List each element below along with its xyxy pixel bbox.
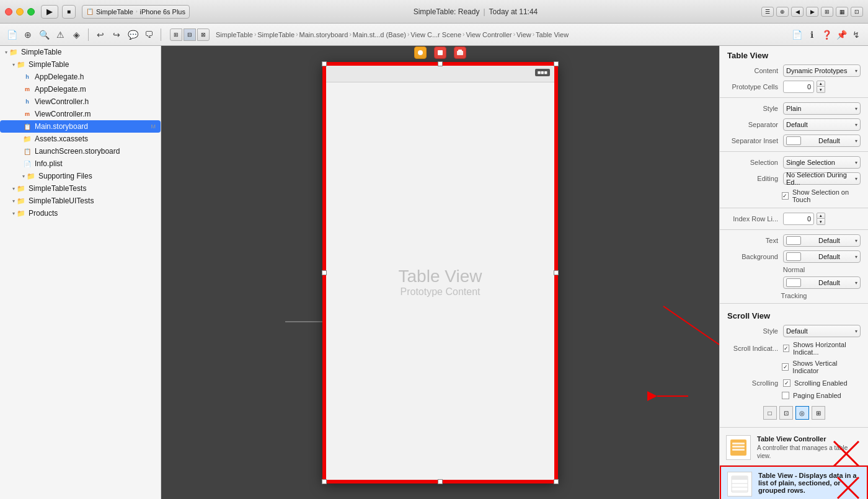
scheme-selector[interactable]: 📋 SimpleTable › iPhone 6s Plus (82, 5, 190, 19)
nav-back-btn[interactable]: ◀ (791, 7, 804, 17)
run-button[interactable]: ▶ (41, 5, 58, 19)
add-pin-btn[interactable]: 📌 (835, 28, 848, 42)
show-selection-checkbox[interactable]: ✓ (782, 192, 789, 200)
separator-inset-control[interactable]: Default ▾ (783, 135, 861, 147)
handle-tm[interactable] (438, 61, 443, 66)
split-view-btn[interactable]: ⊞ (821, 7, 833, 17)
maximize-button[interactable] (27, 8, 35, 15)
add-btn[interactable]: ⊕ (21, 28, 35, 42)
panel-toggle-btn[interactable]: ☰ (761, 7, 774, 17)
separator-inset-dropdown[interactable]: Default ▾ (783, 135, 861, 147)
handle-tl[interactable] (322, 61, 327, 66)
scroll-style-control[interactable]: Default ▾ (783, 325, 861, 337)
disclosure-tests[interactable]: ▾ (12, 186, 15, 192)
breadcrumb-simpletable[interactable]: SimpleTable (216, 31, 253, 38)
separator-dropdown[interactable]: Default ▾ (783, 118, 861, 131)
content-dropdown[interactable]: Dynamic Prototypes ▾ (783, 64, 861, 77)
breadcrumb-view-controller-scene[interactable]: View C...r Scene (410, 31, 461, 38)
disclosure-supporting[interactable]: ▾ (22, 174, 25, 179)
breakpoint-btn[interactable]: ◈ (69, 28, 83, 42)
handle-tr[interactable] (554, 61, 559, 66)
breadcrumb-view[interactable]: View (516, 31, 531, 38)
inspector-toggle-btn[interactable]: ⊡ (851, 7, 863, 17)
sidebar-item-launchscreen[interactable]: 📋 LaunchScreen.storyboard (0, 145, 161, 157)
device-icon-orange[interactable] (414, 46, 427, 59)
sidebar-item-appdelegate-m[interactable]: m AppDelegate.m (0, 83, 161, 95)
version-view-btn[interactable]: ⊠ (197, 29, 210, 41)
sidebar-item-main-storyboard[interactable]: 📋 Main.storyboard M (0, 120, 161, 133)
tracking-dropdown-control[interactable]: Default ▾ (783, 276, 861, 289)
quick-help-btn[interactable]: ❓ (820, 28, 833, 42)
prototype-cells-decrement[interactable]: ▾ (817, 87, 825, 93)
undo-btn[interactable]: ↩ (94, 28, 107, 42)
index-row-increment[interactable]: ▴ (817, 213, 825, 219)
object-item-table-view-controller[interactable]: Table View Controller A controller that … (720, 430, 868, 466)
nav-forward-btn[interactable]: ▶ (806, 7, 818, 17)
shows-vertical-checkbox[interactable]: ✓ (782, 363, 789, 371)
handle-mr[interactable] (554, 270, 559, 275)
handle-ml[interactable] (322, 270, 327, 275)
breadcrumb-simpletable2[interactable]: SimpleTable (257, 31, 294, 38)
size-icon-btn[interactable]: □ (763, 406, 777, 420)
info-btn[interactable]: ℹ (805, 28, 818, 42)
editing-control[interactable]: No Selection During Ed... ▾ (783, 172, 861, 185)
grid-icon-btn[interactable]: ⊞ (812, 406, 825, 420)
disclosure-simpletable-root[interactable]: ▾ (5, 50, 7, 55)
sidebar-item-infoplist[interactable]: 📄 Info.plist (0, 157, 161, 170)
handle-br[interactable] (554, 479, 559, 484)
disclosure-products[interactable]: ▾ (12, 211, 15, 216)
prototype-cells-increment[interactable]: ▴ (817, 81, 825, 87)
device-icon-red[interactable] (434, 46, 446, 59)
device-frame[interactable]: ■■■ Table View Prototype Content (322, 62, 558, 484)
chat-btn[interactable]: 💬 (126, 28, 140, 42)
editing-dropdown[interactable]: No Selection During Ed... ▾ (783, 172, 861, 185)
handle-bl[interactable] (322, 479, 327, 484)
breadcrumb-main-storyboard[interactable]: Main.storyboard (299, 31, 348, 38)
sidebar-item-products[interactable]: ▾ 📁 Products (0, 207, 161, 219)
disclosure-uitests[interactable]: ▾ (12, 198, 15, 204)
style-control[interactable]: Plain ▾ (783, 102, 861, 115)
breadcrumb-main-base[interactable]: Main.st...d (Base) (353, 31, 406, 38)
handle-bm[interactable] (438, 479, 443, 484)
breadcrumb-view-controller[interactable]: View Controller (466, 31, 512, 38)
storyboard-view-btn[interactable]: ⊞ (170, 29, 182, 41)
close-button[interactable] (5, 8, 12, 15)
sidebar-item-viewcontroller-m[interactable]: m ViewController.m (0, 108, 161, 120)
selection-control[interactable]: Single Selection ▾ (783, 156, 861, 169)
comment-btn[interactable]: 🗨 (142, 28, 156, 42)
sidebar-item-supporting[interactable]: ▾ 📁 Supporting Files (0, 170, 161, 182)
object-item-table-view[interactable]: Table View - Displays data in a list of … (720, 466, 868, 499)
shows-horizontal-checkbox[interactable]: ✓ (783, 345, 789, 352)
text-dropdown[interactable]: Default ▾ (783, 234, 861, 247)
stop-button[interactable]: ■ (62, 5, 76, 19)
breadcrumb-table-view[interactable]: Table View (536, 31, 569, 38)
library-btn[interactable]: ⊕ (776, 7, 789, 17)
prototype-cells-field[interactable]: 0 (783, 81, 814, 93)
text-control[interactable]: Default ▾ (783, 234, 861, 247)
background-dropdown[interactable]: Default ▾ (783, 250, 861, 263)
circle-icon-btn[interactable]: ◎ (795, 406, 809, 420)
content-control[interactable]: Dynamic Prototypes ▾ (783, 64, 861, 77)
sidebar-item-assets[interactable]: 📁 Assets.xcassets (0, 133, 161, 145)
sidebar-item-simpletable-group[interactable]: ▾ 📁 SimpleTable (0, 58, 161, 71)
sidebar-toggle-btn[interactable]: ▦ (836, 7, 848, 17)
minimize-button[interactable] (16, 8, 24, 15)
sidebar-item-simpletable-root[interactable]: ▾ 📁 SimpleTable (0, 46, 161, 58)
new-file-btn[interactable]: 📄 (5, 28, 19, 42)
scrolling-enabled-checkbox[interactable]: ✓ (783, 379, 790, 387)
sidebar-item-uitests[interactable]: ▾ 📁 SimpleTableUITests (0, 195, 161, 207)
canvas-area[interactable]: ■■■ Table View Prototype Content (161, 46, 719, 499)
edge-icon-btn[interactable]: ⊡ (779, 406, 793, 420)
paging-enabled-checkbox[interactable] (782, 392, 789, 399)
assistant-view-btn[interactable]: ⊟ (184, 29, 196, 41)
redo-btn[interactable]: ↪ (110, 28, 123, 42)
search-btn[interactable]: 🔍 (37, 28, 51, 42)
sidebar-item-tests[interactable]: ▾ 📁 SimpleTableTests (0, 182, 161, 195)
device-icon-red2[interactable] (454, 46, 466, 59)
separator-control[interactable]: Default ▾ (783, 118, 861, 131)
doc-btn[interactable]: 📄 (790, 28, 804, 42)
sidebar-item-appdelegate-h[interactable]: h AppDelegate.h (0, 71, 161, 83)
index-row-decrement[interactable]: ▾ (817, 219, 825, 225)
background-control[interactable]: Default ▾ (783, 250, 861, 263)
warning-btn[interactable]: ⚠ (53, 28, 67, 42)
